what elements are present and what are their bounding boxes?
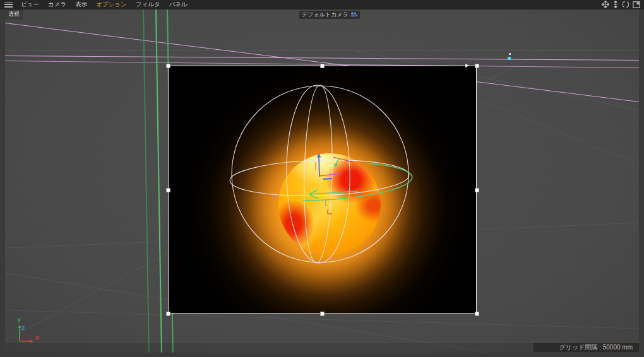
spline-guide-pink-upper[interactable] [5,56,639,61]
menu-view[interactable]: ビュー [16,0,44,9]
selection-handle-left-middle[interactable] [166,188,170,192]
menu-options[interactable]: オプション [92,0,131,9]
menu-display[interactable]: 表示 [71,0,92,9]
selected-edge-green-2[interactable] [155,9,162,353]
point-marker [509,53,511,55]
zoom-view-icon[interactable] [612,1,619,8]
selection-handle-right-middle[interactable] [475,188,479,192]
selection-handle-top-left[interactable] [166,64,170,68]
selected-edge-green-1[interactable] [143,9,150,353]
camera-icon [350,12,357,18]
application-window: ビュー カメラ 表示 オプション フィルタ パネル 透視 [0,0,644,357]
menu-filter[interactable]: フィルタ [131,0,165,9]
viewport-menu-bar: ビュー カメラ 表示 オプション フィルタ パネル [0,0,644,9]
pan-view-icon[interactable] [602,1,609,8]
light-object-selection-region[interactable]: L [168,66,477,313]
perspective-viewport[interactable]: 透視 デフォルトカメラ [5,9,639,353]
viewport-navigation-controls [602,1,644,8]
rotate-view-icon[interactable] [622,1,629,8]
selection-handle-top-center[interactable] [320,64,325,68]
camera-name-label: デフォルトカメラ [302,11,349,19]
menu-camera[interactable]: カメラ [44,0,71,9]
axis-y-label: Y [17,317,21,324]
selected-point-handle-cyan[interactable] [508,57,511,60]
view-type-label: 透視 [5,9,23,20]
toggle-layout-icon[interactable] [633,1,640,8]
selection-handle-bottom-left[interactable] [166,312,170,316]
selection-handle-top-right[interactable] [475,64,479,68]
axis-x-label: X [35,335,39,341]
menu-panel[interactable]: パネル [165,0,192,9]
light-gizmo-wireframe: L [169,66,476,313]
light-object-name-label: L [325,200,328,207]
world-axis-gizmo: Y Z X [14,320,52,351]
camera-selector[interactable]: デフォルトカメラ [299,11,360,19]
axis-z-label: Z [21,325,25,331]
region-edge-arrow[interactable] [465,64,469,67]
selection-handle-bottom-right[interactable] [475,312,479,316]
grid-spacing-status: グリッド間隔 : 50000 mm [534,343,639,352]
horizon-dashed-line [5,50,639,50]
hamburger-menu-icon[interactable] [4,2,13,8]
selection-handle-bottom-center[interactable] [320,312,325,316]
